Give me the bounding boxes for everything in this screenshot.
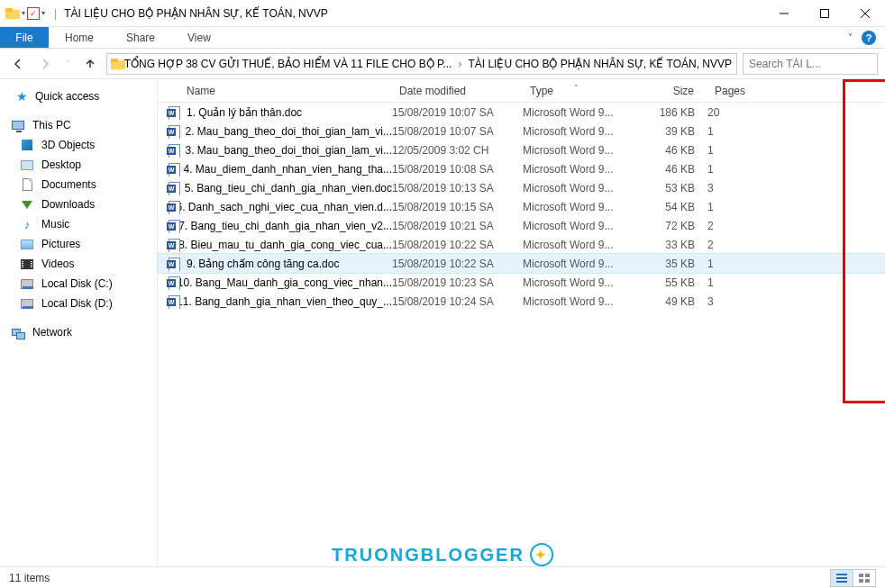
sidebar-item-label: Videos <box>41 258 74 270</box>
breadcrumb-1[interactable]: TỔNG HỢP 38 CV GỬI THUẾ, BẢO HIỂM VÀ 11 … <box>124 58 452 70</box>
file-pages: 1 <box>707 276 774 289</box>
address-dropdown-icon[interactable]: ˅ <box>735 59 737 68</box>
status-bar: 11 items <box>0 566 885 588</box>
file-tab[interactable]: File <box>0 27 49 48</box>
sidebar-label: Quick access <box>35 90 99 103</box>
file-row[interactable]: 3. Mau_bang_theo_doi_thoi_gian_lam_vi...… <box>158 140 885 159</box>
qat-properties-icon[interactable]: ✓ <box>27 7 40 20</box>
word-doc-icon <box>167 200 170 214</box>
file-list: Name Date modified ˄ Type Size Pages 1. … <box>158 79 885 566</box>
file-pages: 3 <box>707 295 774 308</box>
sidebar-item-desktop[interactable]: Desktop <box>0 155 157 175</box>
file-row[interactable]: 5. Bang_tieu_chi_danh_gia_nhan_vien.doc1… <box>158 178 885 197</box>
file-name: 3. Mau_bang_theo_doi_thoi_gian_lam_vi... <box>185 144 392 157</box>
sidebar-item-3d-objects[interactable]: 3D Objects <box>0 135 157 155</box>
minimize-button[interactable] <box>763 0 804 27</box>
file-name: 9. Bảng chấm công tăng ca.doc <box>187 258 339 270</box>
breadcrumb-2[interactable]: TÀI LIỆU CHO BỘ PHẬN NHÂN SỰ, KẾ TOÁN, N… <box>468 58 732 70</box>
svg-rect-9 <box>859 574 863 577</box>
file-type: Microsoft Word 9... <box>523 295 631 308</box>
sidebar-item-downloads[interactable]: Downloads <box>0 194 157 214</box>
sidebar-item-label: Local Disk (D:) <box>41 297 113 310</box>
file-row[interactable]: 7. Bang_tieu_chi_danh_gia_nhan_vien_v2..… <box>158 216 885 235</box>
forward-button[interactable] <box>34 53 56 75</box>
sidebar-item-local-disk-d[interactable]: Local Disk (D:) <box>0 294 157 313</box>
maximize-button[interactable] <box>804 0 844 27</box>
view-details-button[interactable] <box>830 569 853 587</box>
share-tab[interactable]: Share <box>110 27 171 48</box>
back-button[interactable] <box>7 53 29 75</box>
column-type[interactable]: ˄ Type <box>523 85 631 97</box>
file-name: 5. Bang_tieu_chi_danh_gia_nhan_vien.doc <box>185 182 392 194</box>
column-headers: Name Date modified ˄ Type Size Pages <box>158 79 885 103</box>
ribbon: File Home Share View ˅ ? <box>0 27 885 49</box>
network-icon <box>11 325 25 339</box>
file-name: 1. Quản lý bản thân.doc <box>187 106 302 119</box>
bulb-icon: ✦ <box>530 543 553 566</box>
file-row[interactable]: 2. Mau_bang_theo_doi_thoi_gian_lam_vi...… <box>158 122 885 140</box>
file-size: 186 KB <box>631 106 707 119</box>
sidebar-item-label: 3D Objects <box>41 139 95 151</box>
sidebar-item-documents[interactable]: Documents <box>0 175 157 194</box>
window-title: TÀI LIỆU CHO BỘ PHẬN NHÂN SỰ, KẾ TOÁN, N… <box>60 7 763 20</box>
file-date: 15/08/2019 10:22 SA <box>392 239 523 251</box>
file-date: 15/08/2019 10:07 SA <box>392 106 523 119</box>
file-size: 46 KB <box>631 144 707 157</box>
svg-rect-11 <box>859 579 863 583</box>
word-doc-icon <box>167 143 179 158</box>
column-size[interactable]: Size <box>631 85 707 97</box>
file-row[interactable]: 9. Bảng chấm công tăng ca.doc15/08/2019 … <box>158 254 885 273</box>
cube-icon <box>20 138 34 152</box>
app-icon <box>5 8 20 19</box>
word-doc-icon <box>167 219 173 233</box>
file-size: 33 KB <box>631 239 707 251</box>
help-icon[interactable]: ? <box>862 31 876 45</box>
file-row[interactable]: 1. Quản lý bản thân.doc15/08/2019 10:07 … <box>158 103 885 122</box>
sidebar-item-local-disk-c[interactable]: Local Disk (C:) <box>0 274 157 294</box>
file-row[interactable]: 6. Danh_sach_nghi_viec_cua_nhan_vien.d..… <box>158 197 885 216</box>
watermark: TRUONGBLOGGER ✦ <box>332 543 553 566</box>
sidebar-item-videos[interactable]: Videos <box>0 254 157 274</box>
file-pages: 2 <box>707 239 774 251</box>
column-name[interactable]: Name <box>158 85 392 97</box>
view-large-button[interactable] <box>853 569 876 587</box>
file-type: Microsoft Word 9... <box>523 276 631 289</box>
up-button[interactable] <box>79 53 101 75</box>
file-name: 10. Bang_Mau_danh_gia_cong_viec_nhan... <box>178 276 392 289</box>
file-date: 15/08/2019 10:08 SA <box>392 163 523 176</box>
column-pages[interactable]: Pages <box>707 85 774 97</box>
view-tab[interactable]: View <box>171 27 227 48</box>
file-pages: 3 <box>707 182 774 194</box>
file-type: Microsoft Word 9... <box>523 125 631 138</box>
recent-dropdown-icon[interactable]: ˅ <box>61 53 74 75</box>
column-date[interactable]: Date modified <box>392 85 523 97</box>
svg-rect-12 <box>865 579 870 583</box>
address-bar[interactable]: « TỔNG HỢP 38 CV GỬI THUẾ, BẢO HIỂM VÀ 1… <box>106 53 737 75</box>
file-type: Microsoft Word 9... <box>523 239 631 251</box>
nav-bar: ˅ « TỔNG HỢP 38 CV GỬI THUẾ, BẢO HIỂM VÀ… <box>0 49 885 79</box>
file-row[interactable]: 4. Mau_diem_danh_nhan_vien_hang_tha...15… <box>158 159 885 178</box>
home-tab[interactable]: Home <box>49 27 110 48</box>
ribbon-expand-icon[interactable]: ˅ <box>848 32 853 42</box>
qat-dropdown-icon[interactable]: ▾ <box>22 9 25 17</box>
qat-dropdown2-icon[interactable]: ▾ <box>41 9 45 17</box>
file-name: 8. Bieu_mau_tu_danh_gia_cong_viec_cua... <box>178 239 392 251</box>
file-pages: 1 <box>707 125 774 138</box>
file-row[interactable]: 10. Bang_Mau_danh_gia_cong_viec_nhan...1… <box>158 273 885 292</box>
file-row[interactable]: 8. Bieu_mau_tu_danh_gia_cong_viec_cua...… <box>158 235 885 254</box>
sidebar-item-music[interactable]: ♪ Music <box>0 214 157 234</box>
chevron-right-icon[interactable]: › <box>455 58 464 70</box>
sidebar-quick-access[interactable]: ★ Quick access <box>0 86 157 106</box>
file-date: 15/08/2019 10:07 SA <box>392 125 523 138</box>
search-input[interactable] <box>749 58 884 70</box>
star-icon: ★ <box>16 89 28 104</box>
close-button[interactable] <box>844 0 885 27</box>
file-row[interactable]: 11. Bang_danh_gia_nhan_vien_theo_quy_...… <box>158 292 885 311</box>
file-date: 15/08/2019 10:21 SA <box>392 220 523 232</box>
sidebar-this-pc[interactable]: This PC <box>0 115 157 135</box>
file-type: Microsoft Word 9... <box>523 144 631 157</box>
sidebar-network[interactable]: Network <box>0 322 157 342</box>
sidebar-item-pictures[interactable]: Pictures <box>0 234 157 254</box>
search-box[interactable] <box>743 53 878 75</box>
file-size: 46 KB <box>631 163 707 176</box>
